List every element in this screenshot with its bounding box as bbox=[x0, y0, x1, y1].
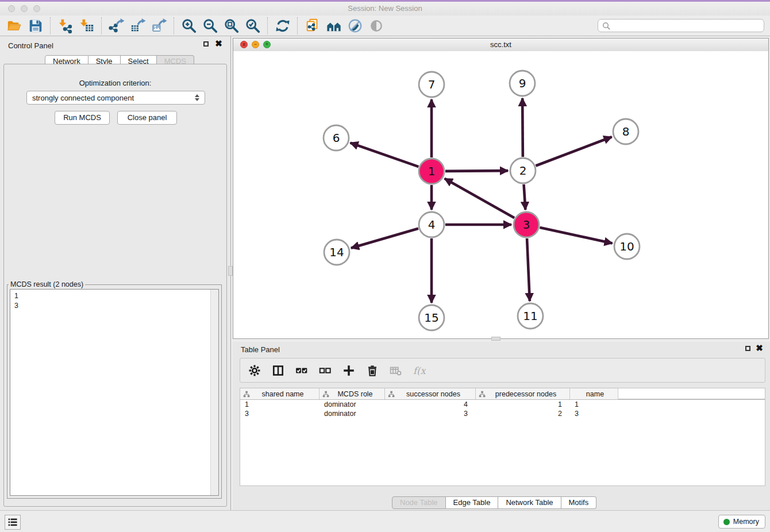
export-image-button[interactable] bbox=[148, 16, 170, 36]
horizontal-splitter-handle[interactable] bbox=[491, 337, 500, 341]
task-history-button[interactable] bbox=[5, 515, 21, 530]
table-float-panel-icon[interactable] bbox=[745, 346, 750, 351]
cell-successor-nodes[interactable]: 4 bbox=[385, 400, 476, 408]
table-body: 1dominator4113dominator323 bbox=[240, 400, 765, 418]
cell-predecessor-nodes[interactable]: 2 bbox=[476, 410, 570, 418]
table-tab-motifs[interactable]: Motifs bbox=[561, 496, 597, 509]
edge-2-9[interactable] bbox=[522, 98, 523, 157]
application-window: Session: New Session Control Panel ✖ Net… bbox=[0, 0, 770, 532]
search-icon bbox=[602, 22, 610, 30]
deselect-button[interactable] bbox=[318, 363, 333, 378]
toolbar-separator bbox=[174, 17, 174, 34]
network-canvas[interactable]: 7968124314101511 bbox=[233, 51, 768, 338]
select-stepper-icon bbox=[195, 94, 199, 101]
delete-column-icon bbox=[390, 364, 402, 377]
gear-icon bbox=[248, 364, 261, 377]
save-button[interactable] bbox=[25, 16, 46, 36]
export-network-button[interactable] bbox=[106, 16, 127, 36]
search-input[interactable] bbox=[613, 21, 760, 30]
run-mcds-button[interactable]: Run MCDS bbox=[55, 111, 110, 125]
cell-name[interactable]: 3 bbox=[570, 410, 618, 418]
graph-node-label-2: 2 bbox=[519, 164, 527, 178]
import-table-icon bbox=[79, 18, 95, 34]
open-folder-button[interactable] bbox=[3, 16, 25, 36]
zoom-out-button[interactable] bbox=[199, 16, 221, 36]
edge-2-3[interactable] bbox=[524, 184, 526, 210]
cell-name[interactable]: 1 bbox=[570, 400, 618, 408]
column-header-name[interactable]: name bbox=[570, 388, 618, 399]
select-all-button[interactable] bbox=[294, 363, 309, 378]
close-panel-button[interactable]: Close panel bbox=[117, 111, 177, 125]
column-header-MCDS-role[interactable]: MCDS role bbox=[319, 388, 385, 399]
toggle-graphics-details-button[interactable] bbox=[344, 16, 365, 36]
network-maximize-icon[interactable]: + bbox=[263, 41, 271, 48]
export-table-button[interactable] bbox=[127, 16, 148, 36]
optimization-criterion-select[interactable]: strongly connected component bbox=[26, 91, 205, 105]
cell-shared-name[interactable]: 1 bbox=[240, 400, 319, 408]
refresh-layout-button[interactable] bbox=[272, 16, 293, 36]
edge-4-14[interactable] bbox=[351, 229, 418, 248]
table-tab-node-table[interactable]: Node Table bbox=[392, 496, 446, 509]
result-scrollbar[interactable] bbox=[210, 290, 218, 495]
gear-button[interactable] bbox=[247, 363, 262, 378]
column-type-icon bbox=[322, 391, 329, 398]
new-network-from-selection-button[interactable] bbox=[302, 16, 323, 36]
zoom-fit-button[interactable] bbox=[221, 16, 242, 36]
edge-3-11[interactable] bbox=[527, 238, 530, 301]
export-network-icon bbox=[109, 18, 125, 34]
search-box[interactable] bbox=[598, 19, 764, 32]
network-window-titlebar[interactable]: x − + scc.txt bbox=[233, 38, 768, 52]
graph-node-label-10: 10 bbox=[619, 240, 634, 253]
columns-button[interactable] bbox=[271, 363, 286, 378]
graph-node-label-4: 4 bbox=[428, 218, 436, 232]
column-header-predecessor-nodes[interactable]: predecessor nodes bbox=[476, 388, 570, 399]
float-panel-icon[interactable] bbox=[203, 41, 209, 47]
cell-MCDS-role[interactable]: dominator bbox=[319, 410, 385, 418]
edge-3-1[interactable] bbox=[445, 179, 514, 218]
add-button[interactable] bbox=[341, 363, 356, 378]
table-close-panel-icon[interactable]: ✖ bbox=[756, 344, 763, 352]
graph-node-label-14: 14 bbox=[329, 245, 344, 259]
import-network-button[interactable] bbox=[55, 16, 76, 36]
table-row-2[interactable]: 3dominator323 bbox=[240, 409, 765, 418]
cell-MCDS-role[interactable]: dominator bbox=[319, 400, 385, 408]
first-neighbors-button[interactable] bbox=[323, 16, 344, 36]
close-panel-icon[interactable]: ✖ bbox=[215, 40, 222, 47]
edge-1-2[interactable] bbox=[445, 171, 508, 171]
cell-predecessor-nodes[interactable]: 1 bbox=[476, 400, 570, 408]
status-bar: Memory bbox=[0, 510, 770, 532]
cell-shared-name[interactable]: 3 bbox=[240, 410, 319, 418]
network-minimize-icon[interactable]: − bbox=[252, 41, 259, 48]
graph-node-label-8: 8 bbox=[622, 125, 630, 138]
trash-button[interactable] bbox=[365, 363, 380, 378]
edge-2-8[interactable] bbox=[536, 137, 611, 165]
svg-text:f(x): f(x) bbox=[413, 365, 426, 376]
select-all-icon bbox=[295, 364, 308, 377]
column-header-shared-name[interactable]: shared name bbox=[240, 388, 319, 399]
graph-node-label-15: 15 bbox=[424, 311, 438, 325]
column-header-successor-nodes[interactable]: successor nodes bbox=[385, 388, 476, 399]
mcds-result-textarea[interactable]: 1 3 bbox=[10, 289, 219, 496]
table-tab-edge-table[interactable]: Edge Table bbox=[446, 496, 499, 509]
show-hide-button[interactable] bbox=[365, 16, 387, 36]
column-type-icon bbox=[479, 391, 486, 398]
network-close-icon[interactable]: x bbox=[240, 41, 248, 48]
vertical-splitter-handle[interactable] bbox=[228, 266, 233, 276]
edge-1-6[interactable] bbox=[351, 143, 419, 167]
table-tab-network-table[interactable]: Network Table bbox=[498, 496, 561, 509]
edge-3-10[interactable] bbox=[540, 228, 612, 243]
zoom-in-button[interactable] bbox=[178, 16, 199, 36]
memory-button[interactable]: Memory bbox=[718, 515, 765, 529]
export-table-icon bbox=[130, 18, 146, 34]
titlebar: Session: New Session bbox=[0, 2, 770, 16]
cell-successor-nodes[interactable]: 3 bbox=[385, 410, 476, 418]
column-type-icon bbox=[243, 391, 250, 398]
import-table-button[interactable] bbox=[76, 16, 97, 36]
delete-column-button bbox=[388, 363, 403, 378]
list-icon bbox=[7, 516, 18, 528]
node-table: shared nameMCDS rolesuccessor nodesprede… bbox=[240, 388, 765, 486]
optimization-criterion-label: Optimization criterion: bbox=[4, 79, 226, 87]
network-graph[interactable]: 7968124314101511 bbox=[233, 51, 768, 338]
zoom-selected-button[interactable] bbox=[242, 16, 263, 36]
table-row-1[interactable]: 1dominator411 bbox=[240, 400, 765, 409]
